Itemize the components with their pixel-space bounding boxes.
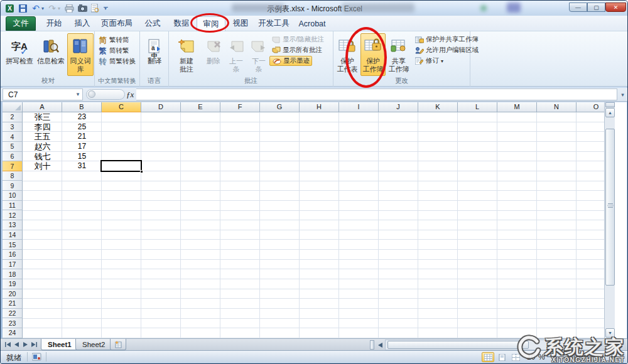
formula-input[interactable] bbox=[136, 88, 617, 100]
translate-button[interactable]: a中 翻译 bbox=[143, 33, 166, 76]
column-header-A[interactable]: A bbox=[23, 102, 62, 112]
excel-app-icon[interactable]: X bbox=[4, 3, 16, 13]
row-header-8[interactable]: 8 bbox=[3, 171, 23, 181]
insert-worksheet-icon[interactable] bbox=[110, 339, 126, 350]
cell-A3[interactable]: 李四 bbox=[23, 122, 62, 132]
vertical-scroll-thumb[interactable] bbox=[605, 129, 615, 286]
row-header-11[interactable]: 11 bbox=[3, 201, 23, 211]
active-cell-selection[interactable] bbox=[100, 160, 142, 172]
cells-area[interactable]: 张三23李四25王五21赵六17钱七15刘十31 bbox=[23, 112, 604, 338]
close-button[interactable]: ✕ bbox=[605, 3, 626, 12]
name-box[interactable]: C7 bbox=[3, 88, 83, 100]
zoom-in-icon[interactable]: + bbox=[598, 351, 604, 361]
select-all-corner[interactable] bbox=[3, 102, 23, 112]
column-header-F[interactable]: F bbox=[220, 102, 260, 112]
fill-handle[interactable] bbox=[140, 170, 143, 173]
tab-developer[interactable]: 开发工具 bbox=[256, 16, 292, 31]
row-header-6[interactable]: 6 bbox=[3, 152, 23, 162]
page-break-view-icon[interactable] bbox=[509, 352, 522, 362]
zoom-level[interactable]: 10 bbox=[527, 353, 535, 361]
formula-bar-handle[interactable] bbox=[88, 90, 95, 98]
row-header-4[interactable]: 4 bbox=[3, 132, 23, 142]
column-header-L[interactable]: L bbox=[458, 102, 497, 112]
research-button[interactable]: 信息检索 bbox=[36, 33, 66, 76]
row-header-3[interactable]: 3 bbox=[3, 122, 23, 132]
cell-B2[interactable]: 23 bbox=[62, 112, 102, 122]
cell-A2[interactable]: 张三 bbox=[23, 112, 62, 122]
row-header-17[interactable]: 17 bbox=[3, 260, 23, 270]
minimize-button[interactable]: — bbox=[569, 3, 587, 12]
tab-home[interactable]: 开始 bbox=[41, 16, 67, 31]
tab-page-layout[interactable]: 页面布局 bbox=[97, 16, 136, 31]
tab-file[interactable]: 文件 bbox=[6, 16, 36, 31]
column-header-H[interactable]: H bbox=[300, 102, 339, 112]
column-header-O[interactable]: O bbox=[577, 102, 604, 112]
tab-review[interactable]: 审阅 bbox=[197, 16, 225, 31]
print-preview-button[interactable] bbox=[89, 3, 100, 13]
camera-button[interactable] bbox=[77, 3, 88, 13]
sheet-tab-sheet1[interactable]: Sheet1 bbox=[41, 339, 78, 350]
column-header-D[interactable]: D bbox=[141, 102, 181, 112]
cell-A4[interactable]: 王五 bbox=[23, 132, 62, 142]
horizontal-scrollbar[interactable] bbox=[385, 340, 594, 350]
column-header-I[interactable]: I bbox=[339, 102, 379, 112]
new-comment-button[interactable]: 新建批注 bbox=[171, 33, 202, 76]
tab-split-handle[interactable] bbox=[370, 340, 374, 350]
column-header-G[interactable]: G bbox=[260, 102, 300, 112]
row-header-13[interactable]: 13 bbox=[3, 220, 23, 230]
row-header-22[interactable]: 22 bbox=[3, 309, 23, 319]
row-header-19[interactable]: 19 bbox=[3, 279, 23, 289]
trad-to-simp-button[interactable]: 简 繁转简 bbox=[96, 35, 131, 45]
next-sheet-icon[interactable] bbox=[21, 340, 30, 349]
cell-B3[interactable]: 25 bbox=[62, 122, 102, 132]
tab-acrobat[interactable]: Acrobat bbox=[295, 16, 330, 31]
row-header-14[interactable]: 14 bbox=[3, 230, 23, 240]
row-header-20[interactable]: 20 bbox=[3, 289, 23, 299]
normal-view-icon[interactable] bbox=[482, 352, 494, 362]
allow-users-edit-ranges-button[interactable]: 允许用户编辑区域 bbox=[413, 45, 480, 55]
row-header-7[interactable]: 7 bbox=[3, 161, 23, 171]
thesaurus-button[interactable]: 同义词库 bbox=[67, 33, 94, 76]
spell-check-button[interactable]: 字A ✓ 拼写检查 bbox=[4, 33, 35, 76]
name-box-dropdown-icon[interactable]: ▾ bbox=[73, 89, 82, 100]
print-button[interactable] bbox=[63, 3, 75, 13]
tab-data[interactable]: 数据 bbox=[169, 16, 194, 31]
row-header-5[interactable]: 5 bbox=[3, 142, 23, 152]
vertical-scrollbar[interactable]: ▲ ▼ bbox=[604, 102, 615, 338]
row-header-15[interactable]: 15 bbox=[3, 240, 23, 250]
cell-A5[interactable]: 赵六 bbox=[23, 142, 62, 152]
redo-button[interactable]: ↷ bbox=[47, 3, 57, 13]
save-button[interactable] bbox=[18, 3, 27, 13]
macro-record-icon[interactable] bbox=[32, 353, 41, 363]
show-all-comments-button[interactable]: 显示所有批注 bbox=[269, 45, 324, 55]
row-header-16[interactable]: 16 bbox=[3, 250, 23, 260]
column-header-M[interactable]: M bbox=[497, 102, 537, 112]
protect-share-workbook-button[interactable]: 保护并共享工作簿 bbox=[413, 35, 480, 45]
zoom-slider-track[interactable] bbox=[556, 356, 595, 358]
show-ink-button[interactable]: 显示墨迹 bbox=[269, 56, 312, 66]
first-sheet-icon[interactable] bbox=[4, 340, 12, 349]
scroll-left-icon[interactable] bbox=[376, 341, 384, 350]
row-header-12[interactable]: 12 bbox=[3, 210, 23, 220]
chinese-conversion-button[interactable]: 转 简繁转换 bbox=[96, 56, 138, 67]
undo-button[interactable]: ↶ bbox=[31, 3, 41, 13]
column-header-N[interactable]: N bbox=[537, 102, 577, 112]
vertical-split-handle[interactable] bbox=[605, 102, 615, 107]
share-workbook-button[interactable]: 共享工作簿 bbox=[387, 33, 411, 76]
track-changes-button[interactable]: 修订 ▾ bbox=[413, 56, 445, 66]
row-header-10[interactable]: 10 bbox=[3, 191, 23, 201]
row-header-23[interactable]: 23 bbox=[3, 318, 23, 328]
insert-function-icon[interactable]: ƒx bbox=[126, 90, 134, 100]
cell-A7[interactable]: 刘十 bbox=[23, 161, 62, 171]
formula-bar-expand-icon[interactable]: ▾ bbox=[619, 89, 627, 100]
scroll-down-icon[interactable]: ▼ bbox=[605, 328, 615, 338]
cell-A6[interactable]: 钱七 bbox=[23, 152, 62, 162]
row-header-2[interactable]: 2 bbox=[3, 112, 23, 122]
previous-sheet-icon[interactable] bbox=[13, 340, 21, 349]
last-sheet-icon[interactable] bbox=[30, 340, 38, 349]
column-header-C[interactable]: C bbox=[102, 102, 141, 112]
column-header-K[interactable]: K bbox=[418, 102, 458, 112]
cell-B5[interactable]: 17 bbox=[62, 142, 102, 152]
row-header-24[interactable]: 24 bbox=[3, 328, 23, 338]
horizontal-scroll-thumb[interactable] bbox=[387, 341, 529, 349]
